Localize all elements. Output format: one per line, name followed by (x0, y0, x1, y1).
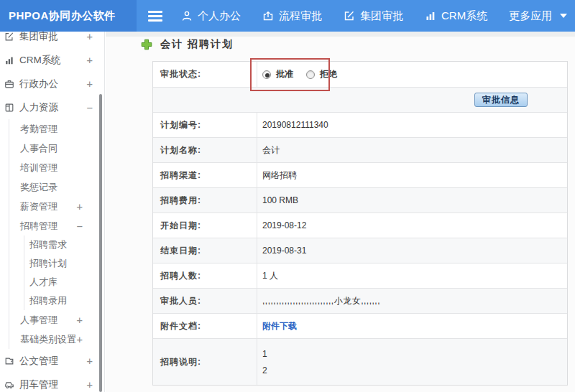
book-icon (4, 103, 14, 113)
briefcase-icon (4, 79, 14, 89)
nav-group-approval[interactable]: 集团审批 (344, 9, 403, 23)
flow-icon (262, 10, 274, 22)
approve-info-button[interactable]: 审批信息 (474, 93, 528, 107)
edit-icon (344, 10, 355, 22)
description-line: 1 (262, 349, 267, 359)
start-date-value: 2019-08-12 (257, 213, 567, 238)
expand-icon[interactable]: + (77, 334, 83, 345)
sidebar-item-group-approval[interactable]: 集团审批 + (0, 32, 104, 48)
nav-personal-office[interactable]: 个人办公 (181, 9, 241, 23)
expand-icon[interactable]: + (87, 355, 93, 367)
nav-more-apps[interactable]: 更多应用 (509, 9, 567, 23)
collapse-icon[interactable]: − (87, 102, 93, 113)
row-recruit-cost: 招聘费用: 100 RMB (153, 187, 567, 213)
expand-icon[interactable]: + (77, 201, 83, 213)
collapse-icon[interactable]: − (77, 220, 83, 232)
plan-name-value: 会计 (257, 138, 567, 162)
radio-approve-label: 批准 (276, 68, 293, 80)
attachment-download-link[interactable]: 附件下载 (262, 320, 297, 332)
sidebar-item-training[interactable]: 培训管理 (9, 158, 104, 177)
hr-submenu: 考勤管理 人事合同 培训管理 奖惩记录 薪资管理+ 招聘管理− 招聘需求 招聘计… (9, 119, 104, 349)
nav-item-label: 流程审批 (279, 9, 322, 23)
bar-chart-icon (4, 55, 14, 65)
header-strip (106, 32, 575, 37)
expand-icon[interactable]: + (87, 32, 93, 42)
row-approvers: 审批人员: ,,,,,,,,,,,,,,,,,,,,,,,,,,小龙女,,,,,… (153, 288, 567, 313)
approvers-value: ,,,,,,,,,,,,,,,,,,,,,,,,,,小龙女,,,,,,, (257, 289, 567, 313)
radio-approve-button[interactable] (262, 70, 271, 79)
expand-icon[interactable]: + (87, 55, 93, 66)
sidebar-item-vehicle[interactable]: 用车管理 + (0, 373, 104, 392)
radio-reject[interactable]: 拒绝 (306, 68, 337, 80)
top-navbar: PHPOA协同办公软件 个人办公 流程审批 集团审批 CRM系统 更多应用 (0, 0, 575, 32)
nav-item-label: CRM系统 (441, 9, 487, 23)
nav-item-label: 个人办公 (198, 9, 241, 23)
nav-crm-system[interactable]: CRM系统 (425, 9, 487, 23)
row-approve-info: 审批信息 (153, 87, 567, 112)
person-icon (181, 10, 193, 22)
row-end-date: 结束日期: 2019-08-31 (153, 238, 567, 263)
sidebar-item-hr[interactable]: 人力资源 − (0, 95, 104, 119)
car-icon (4, 380, 14, 390)
sidebar-item-documents[interactable]: 公文管理 + (0, 349, 104, 373)
sidebar-item-label: CRM系统 (19, 54, 61, 67)
recruit-channel-value: 网络招聘 (257, 163, 567, 187)
sidebar-item-recruit-mgmt[interactable]: 招聘管理− (9, 216, 104, 235)
sidebar-item-personnel-mgmt[interactable]: 人事管理+ (9, 310, 104, 330)
row-headcount: 招聘人数: 1 人 (153, 263, 567, 288)
sidebar-item-recruit-plan[interactable]: 招聘计划 (24, 254, 104, 273)
expand-icon[interactable]: + (77, 314, 83, 326)
document-icon (4, 356, 14, 366)
page-title-text: 会计 招聘计划 (160, 38, 234, 51)
sidebar-item-crm[interactable]: CRM系统 + (0, 48, 104, 72)
sidebar-item-label: 行政办公 (19, 78, 58, 90)
app-window: PHPOA协同办公软件 个人办公 流程审批 集团审批 CRM系统 更多应用 (0, 0, 575, 392)
headcount-value: 1 人 (257, 263, 567, 288)
nav-item-label: 更多应用 (509, 9, 552, 23)
radio-reject-label: 拒绝 (320, 68, 337, 80)
sidebar-item-hr-contract[interactable]: 人事合同 (9, 139, 104, 158)
expand-icon[interactable]: + (87, 379, 93, 391)
recruit-cost-value: 100 RMB (257, 188, 567, 213)
sidebar-item-recruit-hire[interactable]: 招聘录用 (24, 291, 104, 310)
sidebar-item-admin-office[interactable]: 行政办公 + (0, 72, 104, 95)
caret-down-icon (560, 14, 567, 18)
edit-square-icon (4, 32, 14, 42)
plan-number-value: 20190812111340 (257, 113, 567, 137)
nav-menu: 个人办公 流程审批 集团审批 CRM系统 更多应用 (181, 9, 567, 23)
bar-chart-icon (425, 10, 436, 22)
sidebar-item-label: 人力资源 (19, 101, 58, 114)
row-attachment: 附件文档: 附件下载 (153, 313, 567, 338)
sidebar-item-base-category[interactable]: 基础类别设置+ (9, 330, 104, 349)
sidebar-item-label: 用车管理 (19, 378, 58, 391)
row-plan-name: 计划名称: 会计 (153, 137, 567, 162)
sidebar-item-talent-pool[interactable]: 人才库 (24, 273, 104, 291)
app-logo[interactable]: PHPOA协同办公软件 (0, 0, 137, 32)
row-recruit-channel: 招聘渠道: 网络招聘 (153, 162, 567, 187)
menu-toggle-icon[interactable] (148, 11, 162, 22)
radio-approve[interactable]: 批准 (262, 68, 293, 80)
sidebar-scrollbar[interactable] (99, 94, 102, 392)
row-description: 招聘说明: 1 2 (153, 338, 567, 385)
expand-icon[interactable]: + (87, 78, 93, 90)
field-label: 审批状态: (153, 62, 257, 87)
description-line: 2 (262, 365, 267, 375)
plus-icon (141, 39, 152, 50)
row-plan-number: 计划编号: 20190812111340 (153, 112, 567, 137)
recruit-submenu: 招聘需求 招聘计划 人才库 招聘录用 (24, 235, 104, 310)
sidebar-item-label: 集团审批 (19, 32, 58, 43)
sidebar-item-label: 公文管理 (19, 355, 58, 368)
row-start-date: 开始日期: 2019-08-12 (153, 213, 567, 238)
sidebar-item-salary[interactable]: 薪资管理+ (9, 197, 104, 216)
nav-flow-approval[interactable]: 流程审批 (262, 9, 322, 23)
sidebar-item-attendance[interactable]: 考勤管理 (9, 119, 104, 139)
sidebar: 集团审批 + CRM系统 + 行政办公 + 人力资源 − 考勤管理 人事合同 (0, 32, 105, 392)
sidebar-item-recruit-demand[interactable]: 招聘需求 (24, 235, 104, 254)
radio-reject-button[interactable] (306, 70, 315, 79)
nav-item-label: 集团审批 (360, 9, 403, 23)
detail-form: 审批状态: 批准 拒绝 审批信息 (152, 61, 568, 386)
page-title: 会计 招聘计划 (141, 38, 234, 51)
end-date-value: 2019-08-31 (257, 238, 567, 263)
row-approval-status: 审批状态: 批准 拒绝 (153, 62, 567, 87)
sidebar-item-rewards[interactable]: 奖惩记录 (9, 177, 104, 197)
